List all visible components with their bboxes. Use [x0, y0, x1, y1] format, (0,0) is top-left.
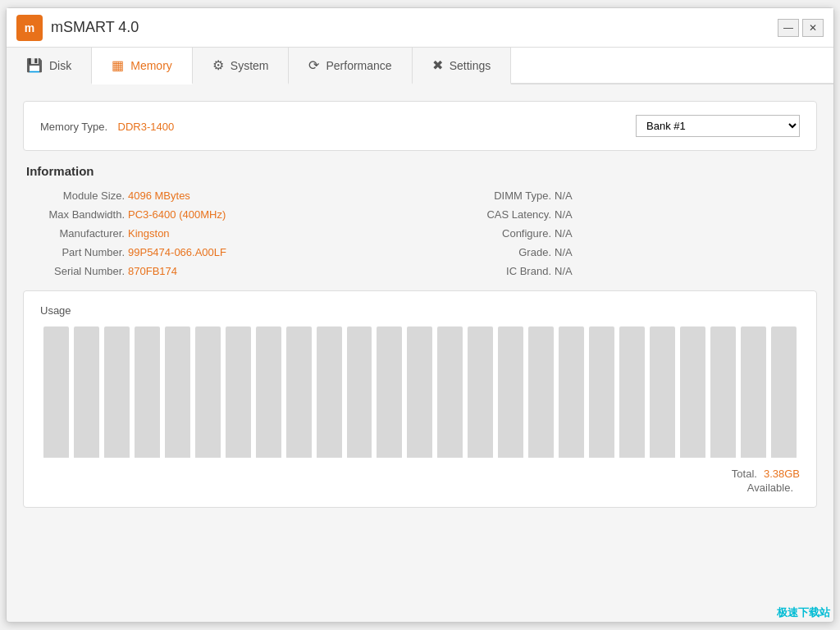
- configure-value: N/A: [555, 227, 573, 240]
- part-number-label: Part Number.: [26, 246, 125, 258]
- serial-number-value: 870FB174: [128, 265, 177, 277]
- usage-bar: [498, 326, 523, 458]
- usage-bar: [650, 326, 675, 458]
- tab-performance[interactable]: ⟳ Performance: [289, 48, 412, 84]
- usage-bar: [195, 326, 221, 458]
- grade-label: Grade.: [453, 246, 551, 258]
- available-label: Available.: [747, 482, 793, 494]
- usage-bar: [589, 326, 614, 458]
- content-area: Memory Type. DDR3-1400 Bank #1 Bank #2 B…: [7, 84, 833, 622]
- cas-latency-value: N/A: [555, 208, 573, 221]
- manufacturer-value: Kingston: [128, 227, 170, 240]
- usage-bar: [104, 326, 130, 458]
- usage-bar: [710, 326, 736, 458]
- max-bandwidth-row: Max Bandwidth. PC3-6400 (400MHz): [26, 208, 420, 221]
- part-number-value: 99P5474-066.A00LF: [128, 246, 226, 258]
- info-grid: Module Size. 4096 MBytes Max Bandwidth. …: [26, 189, 814, 277]
- configure-label: Configure.: [453, 227, 551, 240]
- tab-disk[interactable]: 💾 Disk: [7, 48, 92, 84]
- info-col-left: Module Size. 4096 MBytes Max Bandwidth. …: [26, 189, 420, 277]
- grade-value: N/A: [555, 246, 573, 258]
- max-bandwidth-value: PC3-6400 (400MHz): [128, 208, 226, 221]
- serial-number-row: Serial Number. 870FB174: [26, 265, 420, 277]
- tab-system[interactable]: ⚙ System: [193, 48, 290, 84]
- usage-bar: [377, 326, 402, 458]
- usage-bar: [135, 326, 160, 458]
- max-bandwidth-label: Max Bandwidth.: [26, 208, 125, 221]
- manufacturer-label: Manufacturer.: [26, 227, 125, 240]
- usage-bar: [286, 326, 312, 458]
- system-icon: ⚙: [212, 57, 224, 73]
- app-title: mSMART 4.0: [51, 19, 139, 36]
- tab-system-label: System: [231, 59, 269, 72]
- grade-row: Grade. N/A: [453, 246, 814, 258]
- ic-brand-label: IC Brand.: [453, 265, 551, 277]
- memory-type-row: Memory Type. DDR3-1400 Bank #1 Bank #2 B…: [40, 115, 800, 137]
- usage-title: Usage: [40, 304, 800, 317]
- tab-memory-label: Memory: [130, 59, 172, 72]
- memory-type-left: Memory Type. DDR3-1400: [40, 119, 174, 134]
- memory-type-card: Memory Type. DDR3-1400 Bank #1 Bank #2 B…: [23, 101, 817, 151]
- usage-bar: [317, 326, 342, 458]
- usage-bar: [165, 326, 190, 458]
- usage-available-row: Available.: [747, 482, 800, 494]
- usage-bar: [407, 326, 432, 458]
- title-bar: m mSMART 4.0 — ✕: [7, 8, 833, 48]
- total-label: Total.: [732, 468, 757, 480]
- tab-settings[interactable]: ✖ Settings: [413, 48, 512, 84]
- memory-type-label: Memory Type.: [40, 121, 107, 133]
- manufacturer-row: Manufacturer. Kingston: [26, 227, 420, 240]
- usage-bar: [347, 326, 372, 458]
- serial-number-label: Serial Number.: [26, 265, 125, 277]
- tab-performance-label: Performance: [326, 59, 391, 72]
- usage-card: Usage Total. 3.38GB Available.: [23, 290, 817, 508]
- usage-bar: [771, 326, 797, 458]
- module-size-value: 4096 MBytes: [128, 189, 190, 202]
- dimm-type-label: DIMM Type.: [453, 189, 551, 202]
- usage-total-row: Total. 3.38GB: [732, 468, 800, 480]
- module-size-row: Module Size. 4096 MBytes: [26, 189, 420, 202]
- usage-bar: [559, 326, 584, 458]
- app-logo: m: [16, 15, 43, 41]
- configure-row: Configure. N/A: [453, 227, 814, 240]
- tab-settings-label: Settings: [450, 59, 491, 72]
- minimize-button[interactable]: —: [778, 19, 799, 37]
- title-left: m mSMART 4.0: [16, 15, 139, 41]
- total-value: 3.38GB: [764, 468, 800, 480]
- usage-bar: [43, 326, 69, 458]
- usage-bar: [437, 326, 463, 458]
- watermark: 极速下载站: [777, 605, 830, 620]
- tab-memory[interactable]: ▦ Memory: [92, 48, 193, 84]
- cas-latency-label: CAS Latency.: [453, 208, 551, 221]
- module-size-label: Module Size.: [26, 189, 125, 202]
- information-title: Information: [26, 164, 814, 178]
- usage-bar: [468, 326, 493, 458]
- settings-icon: ✖: [432, 57, 443, 73]
- close-button[interactable]: ✕: [802, 19, 824, 37]
- part-number-row: Part Number. 99P5474-066.A00LF: [26, 246, 420, 258]
- window-controls: — ✕: [778, 19, 824, 37]
- usage-bar: [226, 326, 251, 458]
- usage-bar: [74, 326, 99, 458]
- cas-latency-row: CAS Latency. N/A: [453, 208, 814, 221]
- main-window: m mSMART 4.0 — ✕ 💾 Disk ▦ Memory ⚙ Syste…: [6, 7, 834, 623]
- ic-brand-row: IC Brand. N/A: [453, 265, 814, 277]
- usage-bar: [256, 326, 281, 458]
- tab-bar: 💾 Disk ▦ Memory ⚙ System ⟳ Performance ✖…: [7, 48, 833, 84]
- ic-brand-value: N/A: [555, 265, 573, 277]
- disk-icon: 💾: [26, 57, 43, 73]
- usage-bar: [619, 326, 645, 458]
- bars-container: [40, 326, 800, 458]
- performance-icon: ⟳: [308, 57, 319, 73]
- usage-bar: [680, 326, 705, 458]
- usage-footer: Total. 3.38GB Available.: [40, 468, 800, 494]
- usage-bar: [528, 326, 554, 458]
- info-col-right: DIMM Type. N/A CAS Latency. N/A Configur…: [420, 189, 814, 277]
- bank-select[interactable]: Bank #1 Bank #2 Bank #3 Bank #4: [636, 115, 800, 137]
- memory-icon: ▦: [112, 57, 124, 73]
- dimm-type-row: DIMM Type. N/A: [453, 189, 814, 202]
- information-section: Information Module Size. 4096 MBytes Max…: [23, 164, 817, 277]
- usage-bar: [741, 326, 766, 458]
- dimm-type-value: N/A: [555, 189, 573, 202]
- tab-disk-label: Disk: [49, 59, 71, 72]
